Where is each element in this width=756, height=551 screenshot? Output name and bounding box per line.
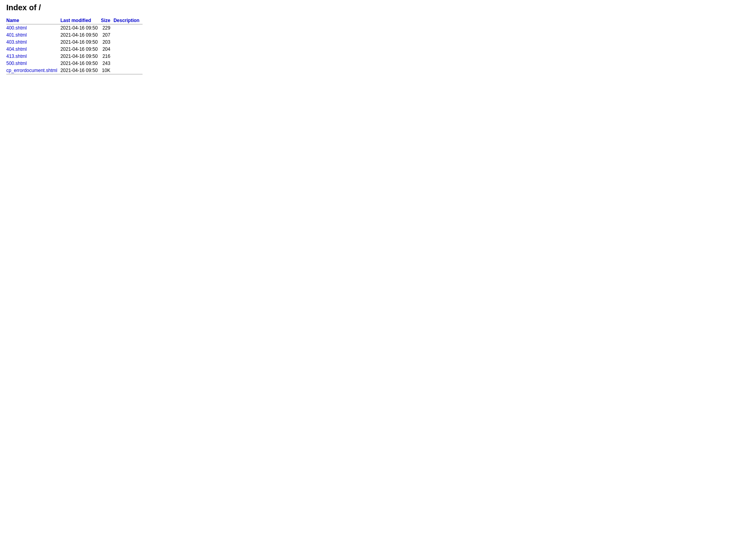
file-name-cell: 413.shtml <box>6 53 60 60</box>
file-name-cell: 500.shtml <box>6 60 60 67</box>
col-header-size[interactable]: Size <box>101 17 113 24</box>
file-link[interactable]: 403.shtml <box>6 39 27 45</box>
file-modified-cell: 2021-04-16 09:50 <box>60 60 101 67</box>
file-size-cell: 216 <box>101 53 113 60</box>
col-header-name[interactable]: Name <box>6 17 60 24</box>
table-row: 403.shtml2021-04-16 09:50203 <box>6 39 143 46</box>
page-title: Index of / <box>6 3 750 12</box>
file-size-cell: 10K <box>101 67 113 74</box>
col-header-description[interactable]: Description <box>113 17 143 24</box>
file-name-cell: cp_errordocument.shtml <box>6 67 60 74</box>
file-description-cell <box>113 67 143 74</box>
file-description-cell <box>113 53 143 60</box>
table-row: 413.shtml2021-04-16 09:50216 <box>6 53 143 60</box>
file-size-cell: 229 <box>101 24 113 32</box>
file-name-cell: 401.shtml <box>6 31 60 39</box>
file-link[interactable]: 401.shtml <box>6 32 27 38</box>
file-description-cell <box>113 60 143 67</box>
size-sort-link[interactable]: Size <box>101 18 110 23</box>
table-row: 400.shtml2021-04-16 09:50229 <box>6 24 143 32</box>
file-name-cell: 403.shtml <box>6 39 60 46</box>
file-link[interactable]: 400.shtml <box>6 25 27 31</box>
file-size-cell: 207 <box>101 31 113 39</box>
table-row: 500.shtml2021-04-16 09:50243 <box>6 60 143 67</box>
table-separator-row <box>6 74 143 75</box>
table-header-row: Name Last modified Size Description <box>6 17 143 24</box>
file-modified-cell: 2021-04-16 09:50 <box>60 39 101 46</box>
last-modified-sort-link[interactable]: Last modified <box>60 18 91 23</box>
table-row: cp_errordocument.shtml2021-04-16 09:5010… <box>6 67 143 74</box>
file-description-cell <box>113 24 143 32</box>
file-link[interactable]: 413.shtml <box>6 54 27 59</box>
file-description-cell <box>113 39 143 46</box>
file-size-cell: 203 <box>101 39 113 46</box>
table-row: 401.shtml2021-04-16 09:50207 <box>6 31 143 39</box>
file-link[interactable]: 404.shtml <box>6 46 27 52</box>
file-modified-cell: 2021-04-16 09:50 <box>60 53 101 60</box>
name-sort-link[interactable]: Name <box>6 18 19 23</box>
file-description-cell <box>113 31 143 39</box>
file-link[interactable]: cp_errordocument.shtml <box>6 68 57 73</box>
file-link[interactable]: 500.shtml <box>6 61 27 66</box>
file-rows: 400.shtml2021-04-16 09:50229401.shtml202… <box>6 24 143 75</box>
file-name-cell: 404.shtml <box>6 46 60 53</box>
file-description-cell <box>113 46 143 53</box>
table-row: 404.shtml2021-04-16 09:50204 <box>6 46 143 53</box>
file-listing-table: Name Last modified Size Description 400.… <box>6 17 143 75</box>
description-sort-link[interactable]: Description <box>113 18 139 23</box>
file-modified-cell: 2021-04-16 09:50 <box>60 31 101 39</box>
file-modified-cell: 2021-04-16 09:50 <box>60 46 101 53</box>
file-size-cell: 204 <box>101 46 113 53</box>
file-modified-cell: 2021-04-16 09:50 <box>60 24 101 32</box>
col-header-last-modified[interactable]: Last modified <box>60 17 101 24</box>
file-name-cell: 400.shtml <box>6 24 60 32</box>
file-size-cell: 243 <box>101 60 113 67</box>
file-modified-cell: 2021-04-16 09:50 <box>60 67 101 74</box>
